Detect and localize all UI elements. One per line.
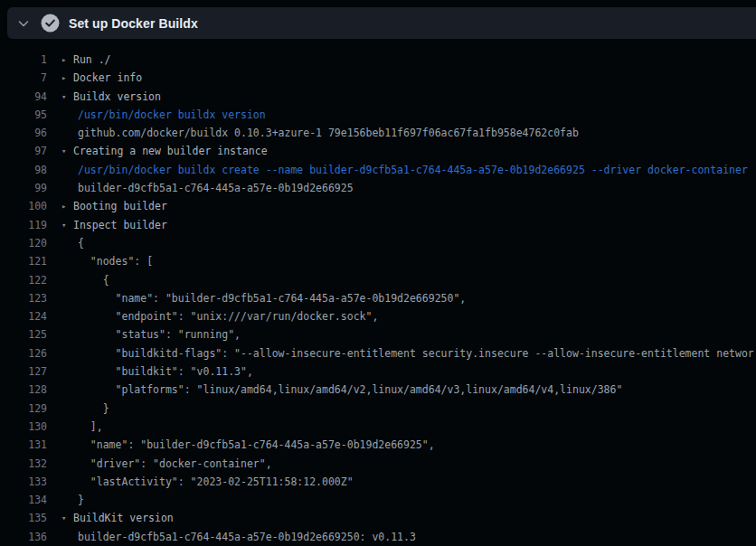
line-number[interactable]: 125 [0,325,47,344]
log-group-row: 97 ▾Creating a new builder instance [0,142,756,160]
output-text: "buildkitd-flags": "--allow-insecure-ent… [78,344,754,362]
output-text: "buildkit": "v0.11.3", [78,362,253,381]
line-number[interactable]: 99 [0,179,47,197]
output-text: github.com/docker/buildx 0.10.3+azure-1 … [78,124,579,142]
log-group-toggle[interactable]: ▾Inspect builder [61,216,167,234]
log-line: 126 "buildkitd-flags": "--allow-insecure… [0,344,756,362]
step-title: Set up Docker Buildx [69,16,198,31]
triangle-down-icon[interactable]: ▾ [61,216,73,234]
log-line: 95 /usr/bin/docker buildx version [0,106,756,124]
log-group-toggle[interactable]: ▸Booting builder [61,197,167,215]
line-number[interactable]: 94 [0,88,47,106]
log-group-row: 135 ▾BuildKit version [0,509,756,527]
log-group-toggle[interactable]: ▸Docker info [61,69,142,87]
line-number[interactable]: 122 [0,271,47,289]
log-line: 129 } [0,400,756,418]
triangle-down-icon[interactable]: ▾ [61,142,73,160]
command-text: /usr/bin/docker buildx create --name bui… [78,161,748,179]
output-text: } [78,491,84,509]
log-line: 132 "driver": "docker-container", [0,455,756,473]
triangle-down-icon[interactable]: ▾ [61,509,73,527]
group-label: Booting builder [73,200,167,212]
log-line: 136 builder-d9cfb5a1-c764-445a-a57e-0b19… [0,528,756,546]
line-number[interactable]: 129 [0,400,47,418]
line-number[interactable]: 126 [0,344,47,362]
output-text: "endpoint": "unix:///var/run/docker.sock… [78,307,378,325]
line-number[interactable]: 96 [0,124,47,142]
output-text: } [78,400,109,418]
actions-log-viewer: Set up Docker Buildx 1 ▸Run ./ 7 ▸Docker… [0,0,756,546]
line-number[interactable]: 98 [0,161,47,179]
line-number[interactable]: 133 [0,473,47,491]
log-line: 134 } [0,491,756,509]
log-group-toggle[interactable]: ▾Creating a new builder instance [61,142,268,160]
log-line: 133 "lastActivity": "2023-02-25T11:58:12… [0,473,756,491]
output-text: "driver": "docker-container", [78,455,272,473]
log-line: 120 { [0,234,756,252]
log-line: 127 "buildkit": "v0.11.3", [0,362,756,381]
group-label: Buildx version [73,90,161,103]
output-text: { [78,271,109,289]
log-line: 99 builder-d9cfb5a1-c764-445a-a57e-0b19d… [0,179,756,197]
group-label: Creating a new builder instance [73,145,268,157]
line-number[interactable]: 7 [0,69,47,87]
triangle-right-icon[interactable]: ▸ [61,197,73,215]
line-number[interactable]: 121 [0,252,47,270]
log-group-toggle[interactable]: ▾Buildx version [61,88,161,106]
line-number[interactable]: 127 [0,362,47,381]
check-circle-icon [41,14,60,33]
output-text: "platforms": "linux/amd64,linux/amd64/v2… [78,381,622,399]
output-text: "status": "running", [78,325,241,344]
triangle-right-icon[interactable]: ▸ [61,51,73,69]
output-text: builder-d9cfb5a1-c764-445a-a57e-0b19d2e6… [78,528,416,546]
line-number[interactable]: 95 [0,106,47,124]
line-number[interactable]: 124 [0,307,47,325]
line-number[interactable]: 132 [0,455,47,473]
output-text: "name": "builder-d9cfb5a1-c764-445a-a57e… [78,436,435,454]
line-number[interactable]: 123 [0,289,47,307]
line-number[interactable]: 100 [0,197,47,215]
chevron-down-icon[interactable] [16,16,31,31]
output-text: "name": "builder-d9cfb5a1-c764-445a-a57e… [78,289,466,307]
group-label: BuildKit version [73,512,174,524]
log-group-toggle[interactable]: ▾BuildKit version [61,509,174,527]
log-group-row: 119 ▾Inspect builder [0,216,756,234]
log-line: 125 "status": "running", [0,325,756,344]
line-number[interactable]: 136 [0,528,47,546]
output-text: ], [78,418,103,436]
log-line: 124 "endpoint": "unix:///var/run/docker.… [0,307,756,325]
log-lines-container: 1 ▸Run ./ 7 ▸Docker info 94 ▾Buildx vers… [0,39,756,546]
log-group-toggle[interactable]: ▸Run ./ [61,51,111,69]
group-label: Docker info [73,71,142,84]
triangle-down-icon[interactable]: ▾ [61,88,73,106]
output-text: "lastActivity": "2023-02-25T11:58:12.000… [78,473,354,491]
log-line: 128 "platforms": "linux/amd64,linux/amd6… [0,381,756,399]
output-text: builder-d9cfb5a1-c764-445a-a57e-0b19d2e6… [78,179,354,197]
group-label: Inspect builder [73,219,167,231]
group-label: Run ./ [73,53,111,66]
log-line: 131 "name": "builder-d9cfb5a1-c764-445a-… [0,436,756,454]
log-line: 121 "nodes": [ [0,252,756,270]
log-line: 123 "name": "builder-d9cfb5a1-c764-445a-… [0,289,756,307]
line-number[interactable]: 119 [0,216,47,234]
log-line: 96 github.com/docker/buildx 0.10.3+azure… [0,124,756,142]
triangle-right-icon[interactable]: ▸ [61,69,73,87]
line-number[interactable]: 130 [0,418,47,436]
line-number[interactable]: 1 [0,51,47,69]
line-number[interactable]: 135 [0,509,47,527]
log-group-row: 100 ▸Booting builder [0,197,756,215]
log-line: 98 /usr/bin/docker buildx create --name … [0,161,756,179]
line-number[interactable]: 120 [0,234,47,252]
log-group-row: 1 ▸Run ./ [0,51,756,69]
line-number[interactable]: 128 [0,381,47,399]
line-number[interactable]: 97 [0,142,47,160]
step-header[interactable]: Set up Docker Buildx [7,7,756,39]
log-group-row: 94 ▾Buildx version [0,88,756,106]
log-line: 122 { [0,271,756,289]
line-number[interactable]: 134 [0,491,47,509]
line-number[interactable]: 131 [0,436,47,454]
output-text: "nodes": [ [78,252,153,270]
command-text: /usr/bin/docker buildx version [78,106,266,124]
log-line: 130 ], [0,418,756,436]
output-text: { [78,234,84,252]
